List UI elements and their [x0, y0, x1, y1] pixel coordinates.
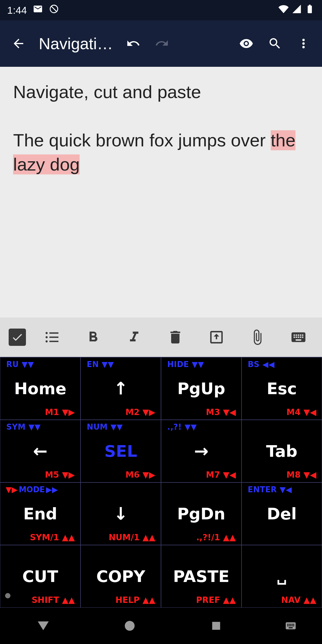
back-button[interactable]	[4, 29, 33, 58]
key-sel[interactable]: NUM ▼▼SELM6 ▼▶	[80, 420, 161, 482]
export-button[interactable]	[202, 322, 231, 352]
format-toolbar	[0, 318, 322, 357]
svg-point-0	[125, 621, 135, 631]
battery-icon	[305, 4, 315, 16]
keyboard-button[interactable]	[284, 322, 313, 352]
key-copy[interactable]: COPYHELP ▲▲	[80, 545, 161, 608]
key-[interactable]: SYM ▼▼←M5 ▼▶	[0, 420, 80, 482]
key-[interactable]: EN ▼▼↑M2 ▼▶	[80, 357, 161, 420]
editor-text: The quick brown fox jumps over	[13, 130, 271, 150]
nav-back-button[interactable]	[13, 619, 73, 632]
cell-signal-icon	[292, 4, 302, 16]
status-bar: 1:44	[0, 0, 322, 20]
do-not-disturb-icon	[49, 4, 59, 16]
editor-line-2: The quick brown fox jumps over the lazy …	[13, 128, 309, 177]
undo-button[interactable]	[119, 29, 148, 58]
more-button[interactable]	[289, 29, 318, 58]
android-nav-bar	[0, 608, 322, 644]
key-esc[interactable]: BS ◀◀EscM4 ▼◀	[242, 357, 322, 420]
wifi-icon	[278, 4, 289, 16]
mail-icon	[33, 4, 43, 16]
editor-area[interactable]: Navigate, cut and paste The quick brown …	[0, 67, 322, 318]
redo-button[interactable]	[148, 29, 176, 58]
checklist-button[interactable]	[9, 329, 26, 346]
key-[interactable]: ↓NUM/1 ▲▲	[80, 482, 161, 545]
editor-line-1: Navigate, cut and paste	[13, 80, 309, 104]
page-title: Navigati…	[39, 34, 113, 53]
nav-recent-button[interactable]	[186, 620, 246, 632]
key-del[interactable]: ENTER ▼◀Del	[242, 482, 322, 545]
keyboard: RU ▼▼HomeM1 ▼▶EN ▼▼↑M2 ▼▶HIDE ▼▼PgUpM3 ▼…	[0, 357, 322, 608]
bold-button[interactable]	[78, 322, 108, 352]
key-home[interactable]: RU ▼▼HomeM1 ▼▶	[0, 357, 80, 420]
key-pgup[interactable]: HIDE ▼▼PgUpM3 ▼◀	[161, 357, 242, 420]
key-cut[interactable]: CUTSHIFT ▲▲	[0, 545, 80, 608]
status-time: 1:44	[7, 4, 27, 16]
delete-button[interactable]	[160, 322, 190, 352]
search-button[interactable]	[261, 29, 289, 58]
key-[interactable]: ␣NAV ▲▲	[242, 545, 322, 608]
svg-rect-1	[212, 622, 220, 630]
bullet-list-button[interactable]	[37, 322, 67, 352]
preview-button[interactable]	[232, 29, 261, 58]
key-pgdn[interactable]: PgDn.,?!/1 ▲▲	[161, 482, 242, 545]
nav-home-button[interactable]	[100, 619, 160, 632]
key-paste[interactable]: PASTEPREF ▲▲	[161, 545, 242, 608]
key-tab[interactable]: TabM8 ▼◀	[242, 420, 322, 482]
key-end[interactable]: ▼▶MODE▶▶EndSYM/1 ▲▲	[0, 482, 80, 545]
key-[interactable]: .,?! ▼▼→M7 ▼◀	[161, 420, 242, 482]
attach-button[interactable]	[242, 322, 272, 352]
italic-button[interactable]	[119, 322, 149, 352]
voice-input-icon[interactable]	[5, 593, 10, 598]
nav-keyboard-switch-button[interactable]	[273, 620, 309, 632]
app-bar: Navigati…	[0, 20, 322, 67]
